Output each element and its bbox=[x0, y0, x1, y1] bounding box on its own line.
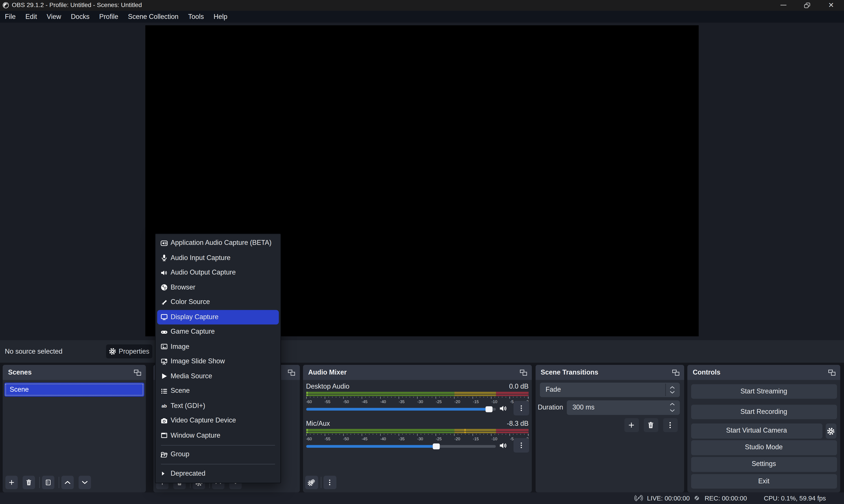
menu-item-color-source[interactable]: Color Source bbox=[156, 295, 281, 310]
popout-icon[interactable] bbox=[288, 370, 295, 376]
spinbox-arrows[interactable] bbox=[665, 400, 680, 415]
controls-title: Controls bbox=[693, 365, 720, 380]
minimize-button[interactable] bbox=[775, 0, 791, 11]
transition-select[interactable]: Fade bbox=[539, 383, 680, 397]
meter-tick-label: -15 bbox=[473, 399, 479, 404]
menu-help[interactable]: Help bbox=[209, 11, 232, 23]
combo-arrows[interactable] bbox=[665, 383, 680, 397]
meter-tick-labels: -60-55-50-45-40-35-30-25-20-15-10-50 bbox=[306, 436, 528, 442]
menu-docks[interactable]: Docks bbox=[66, 11, 94, 23]
window-title: OBS 29.1.2 - Profile: Untitled - Scenes:… bbox=[12, 0, 142, 11]
menu-scene-collection[interactable]: Scene Collection bbox=[123, 11, 183, 23]
popout-icon[interactable] bbox=[134, 370, 141, 376]
start-recording-button[interactable]: Start Recording bbox=[691, 404, 837, 419]
meter-tick-label: -45 bbox=[362, 399, 367, 404]
volume-meter bbox=[306, 429, 528, 431]
chevron-up-icon[interactable] bbox=[669, 401, 676, 408]
properties-label: Properties bbox=[119, 347, 149, 355]
gears-icon bbox=[308, 479, 315, 486]
start-streaming-button[interactable]: Start Streaming bbox=[691, 384, 837, 399]
exit-button[interactable]: Exit bbox=[691, 474, 837, 489]
menu-item-audio-input-capture[interactable]: Audio Input Capture bbox=[156, 251, 281, 265]
remove-transition-button[interactable] bbox=[644, 418, 658, 432]
duration-spinbox[interactable]: 300 ms bbox=[567, 400, 680, 415]
studio-mode-button[interactable]: Studio Mode bbox=[691, 440, 837, 455]
no-source-message: No source selected bbox=[5, 340, 62, 363]
scene-transitions-panel: Scene Transitions Fade Duration 300 ms bbox=[535, 365, 684, 492]
restore-button[interactable] bbox=[799, 0, 815, 11]
chevron-down-icon[interactable] bbox=[669, 408, 676, 414]
play-icon bbox=[161, 373, 168, 380]
menu-item-deprecated[interactable]: Deprecated bbox=[156, 466, 281, 481]
add-transition-button[interactable] bbox=[624, 418, 639, 432]
menu-item-window-capture[interactable]: Window Capture bbox=[156, 428, 281, 443]
volume-slider-handle[interactable] bbox=[486, 406, 493, 412]
mixer-channel-mic-aux: Mic/Aux -8.3 dB -60-55-50-45-40-35-30-25… bbox=[306, 420, 529, 456]
meter-tick-labels: -60-55-50-45-40-35-30-25-20-15-10-50 bbox=[306, 399, 528, 404]
dots-vertical-icon bbox=[518, 442, 524, 449]
meter-tick-label: -20 bbox=[454, 436, 460, 442]
volume-slider[interactable] bbox=[306, 445, 496, 448]
menu-item-image-slide-show[interactable]: Image Slide Show bbox=[156, 354, 281, 369]
dots-vertical-icon bbox=[666, 421, 674, 429]
svg-text:ab: ab bbox=[162, 403, 167, 408]
menu-item-group[interactable]: Group bbox=[156, 447, 281, 462]
bottom-region: No source selected Properties Scenes Sce… bbox=[0, 340, 844, 504]
minimize-icon bbox=[780, 5, 786, 5]
menu-view[interactable]: View bbox=[42, 11, 66, 23]
menu-item-image[interactable]: Image bbox=[156, 339, 281, 354]
meter-tick-label: -25 bbox=[436, 436, 442, 442]
settings-button[interactable]: Settings bbox=[691, 457, 837, 472]
close-button[interactable]: ✕ bbox=[823, 0, 839, 11]
speaker-mute-icon[interactable] bbox=[499, 442, 508, 450]
move-scene-up-button[interactable] bbox=[61, 476, 73, 489]
virtual-camera-config-button[interactable] bbox=[826, 424, 837, 438]
scenes-panel: Scenes Scene bbox=[3, 365, 146, 492]
remove-scene-button[interactable] bbox=[22, 476, 35, 489]
menu-separator bbox=[161, 445, 275, 445]
popout-icon[interactable] bbox=[520, 370, 527, 376]
gamepad-icon bbox=[161, 328, 168, 336]
advanced-audio-button[interactable] bbox=[305, 476, 318, 489]
mixer-options-button[interactable] bbox=[323, 476, 336, 489]
close-icon: ✕ bbox=[828, 2, 834, 9]
image-icon bbox=[161, 343, 168, 350]
menu-file[interactable]: File bbox=[0, 11, 20, 23]
menu-edit[interactable]: Edit bbox=[20, 11, 42, 23]
meter-tick-marks bbox=[306, 397, 528, 399]
menu-tools[interactable]: Tools bbox=[183, 11, 209, 23]
menu-item-browser[interactable]: Browser bbox=[156, 280, 281, 295]
window-icon bbox=[161, 432, 168, 439]
speaker-mute-icon[interactable] bbox=[499, 404, 508, 413]
transition-options-button[interactable] bbox=[663, 418, 677, 432]
menu-item-application-audio-capture[interactable]: Application Audio Capture (BETA) bbox=[156, 236, 281, 251]
meter-tick-label: -10 bbox=[491, 399, 497, 404]
meter-tick-label: -35 bbox=[399, 436, 405, 442]
channel-options-button[interactable] bbox=[513, 438, 529, 453]
scenes-panel-title: Scenes bbox=[8, 365, 32, 380]
add-scene-button[interactable] bbox=[5, 476, 17, 489]
menu-item-audio-output-capture[interactable]: Audio Output Capture bbox=[156, 265, 281, 280]
scene-list-item[interactable]: Scene bbox=[4, 383, 144, 397]
volume-slider[interactable] bbox=[306, 408, 496, 411]
menu-item-game-capture[interactable]: Game Capture bbox=[156, 325, 281, 339]
move-scene-down-button[interactable] bbox=[78, 476, 91, 489]
meter-tick-label: -20 bbox=[454, 399, 460, 404]
scenes-panel-header: Scenes bbox=[3, 365, 146, 380]
volume-slider-handle[interactable] bbox=[433, 443, 440, 449]
dots-vertical-icon bbox=[326, 479, 333, 486]
menu-item-text-gdi[interactable]: abText (GDI+) bbox=[156, 398, 281, 413]
chevron-down-icon[interactable] bbox=[669, 389, 676, 395]
menu-item-video-capture-device[interactable]: Video Capture Device bbox=[156, 413, 281, 428]
start-virtual-camera-button[interactable]: Start Virtual Camera bbox=[691, 424, 822, 438]
channel-name: Desktop Audio bbox=[306, 383, 349, 391]
channel-options-button[interactable] bbox=[513, 401, 529, 416]
popout-icon[interactable] bbox=[672, 370, 679, 376]
properties-button[interactable]: Properties bbox=[106, 344, 152, 358]
menu-item-scene[interactable]: Scene bbox=[156, 384, 281, 398]
popout-icon[interactable] bbox=[828, 370, 836, 376]
menu-profile[interactable]: Profile bbox=[94, 11, 123, 23]
scene-filters-button[interactable] bbox=[42, 476, 54, 489]
menu-item-media-source[interactable]: Media Source bbox=[156, 369, 281, 384]
menu-item-display-capture[interactable]: Display Capture bbox=[156, 310, 281, 324]
